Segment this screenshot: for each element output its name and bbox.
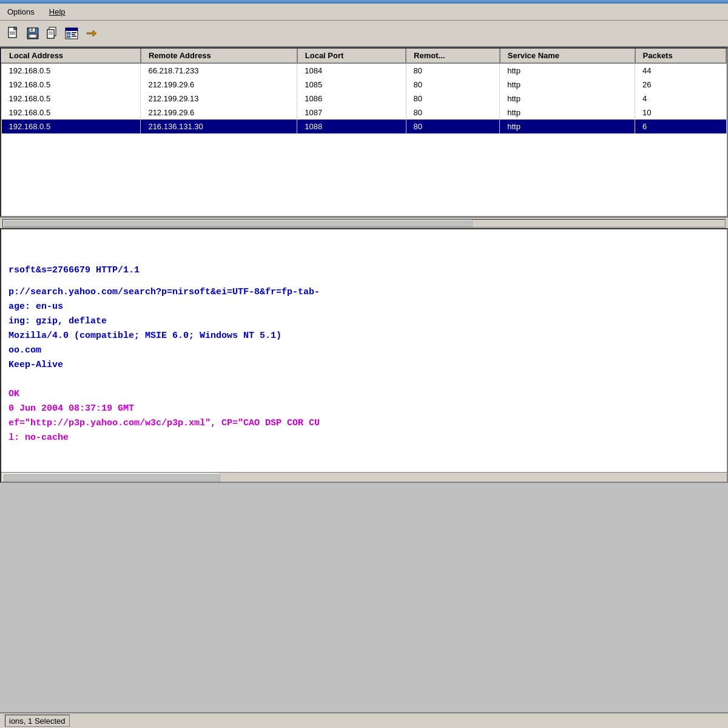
table-row[interactable]: 192.168.0.5212.199.29.6108580http26 [2, 78, 727, 92]
copy-button[interactable] [44, 25, 61, 41]
status-bar: ions, 1 Selected [0, 712, 728, 728]
col-header-local-port[interactable]: Local Port [297, 49, 406, 63]
svg-marker-21 [87, 30, 96, 36]
table-body: 192.168.0.566.218.71.233108480http44192.… [2, 63, 727, 133]
cell-service_name: http [500, 120, 635, 133]
cell-packets: 10 [635, 106, 726, 120]
log-area: rsoft&s=2766679 HTTP/1.1 p://search.yaho… [0, 228, 728, 483]
status-text: ions, 1 Selected [5, 715, 70, 727]
cell-remote_address: 212.199.29.6 [141, 78, 297, 92]
log-h-scrollbar [1, 472, 727, 482]
table-row[interactable]: 192.168.0.5212.199.29.6108780http10 [2, 106, 727, 120]
table-row[interactable]: 192.168.0.566.218.71.233108480http44 [2, 63, 727, 78]
menu-help[interactable]: Help [47, 6, 68, 18]
cell-service_name: http [500, 92, 635, 106]
cell-packets: 26 [635, 78, 726, 92]
svg-rect-20 [72, 36, 76, 37]
cell-packets: 44 [635, 63, 726, 78]
log-line: ing: gzip, deflate [8, 314, 720, 329]
exit-button[interactable] [83, 25, 99, 41]
table-row[interactable]: 192.168.0.5216.136.131.30108880http6 [2, 120, 727, 133]
cell-remote_port: 80 [406, 106, 500, 120]
log-line: age: en-us [8, 300, 720, 314]
table-row[interactable]: 192.168.0.5212.199.29.13108680http4 [2, 92, 727, 106]
menu-options[interactable]: Options [5, 6, 37, 18]
cell-remote_address: 212.199.29.13 [141, 92, 297, 106]
col-header-packets[interactable]: Packets [635, 49, 726, 63]
menu-bar: Options Help [0, 4, 728, 21]
svg-rect-15 [66, 28, 78, 31]
col-header-local-address[interactable]: Local Address [2, 49, 141, 63]
toolbar [0, 21, 728, 47]
log-text: rsoft&s=2766679 HTTP/1.1 p://search.yaho… [8, 234, 720, 445]
data-table: Local Address Remote Address Local Port … [1, 49, 727, 133]
log-line: oo.com [8, 343, 720, 358]
new-button[interactable] [5, 25, 22, 41]
cell-service_name: http [500, 63, 635, 78]
cell-local_address: 192.168.0.5 [2, 63, 141, 78]
cell-remote_port: 80 [406, 63, 500, 78]
cell-packets: 4 [635, 92, 726, 106]
cell-local_port: 1087 [297, 106, 406, 120]
cell-local_port: 1086 [297, 92, 406, 106]
cell-remote_port: 80 [406, 78, 500, 92]
cell-local_port: 1088 [297, 120, 406, 133]
cell-packets: 6 [635, 120, 726, 133]
log-line: p://search.yahoo.com/search?p=nirsoft&ei… [8, 285, 720, 300]
log-line: OK [8, 387, 720, 402]
col-header-remote-port[interactable]: Remot... [406, 49, 500, 63]
properties-button[interactable] [63, 25, 80, 41]
cell-local_port: 1085 [297, 78, 406, 92]
svg-rect-16 [67, 32, 70, 35]
log-line: Mozilla/4.0 (compatible; MSIE 6.0; Windo… [8, 329, 720, 343]
log-line: Keep-Alive [8, 358, 720, 372]
svg-rect-8 [31, 29, 33, 31]
cell-local_port: 1084 [297, 63, 406, 78]
table-header-row: Local Address Remote Address Local Port … [2, 49, 727, 63]
connection-table: Local Address Remote Address Local Port … [0, 47, 728, 217]
cell-local_address: 192.168.0.5 [2, 92, 141, 106]
log-scrollbar-thumb[interactable] [2, 473, 220, 482]
col-header-remote-address[interactable]: Remote Address [141, 49, 297, 63]
cell-remote_port: 80 [406, 120, 500, 133]
col-header-service-name[interactable]: Service Name [500, 49, 635, 63]
svg-rect-17 [72, 32, 76, 33]
cell-local_address: 192.168.0.5 [2, 106, 141, 120]
table-scrollbar-thumb[interactable] [3, 220, 473, 227]
log-line: ef="http://p3p.yahoo.com/w3c/p3p.xml", C… [8, 416, 720, 431]
log-line: 0 Jun 2004 08:37:19 GMT [8, 402, 720, 416]
cell-service_name: http [500, 106, 635, 120]
cell-local_address: 192.168.0.5 [2, 120, 141, 133]
save-button[interactable] [24, 25, 41, 41]
table-h-scrollbar-area [0, 217, 728, 228]
cell-remote_port: 80 [406, 92, 500, 106]
log-line: l: no-cache [8, 431, 720, 445]
cell-remote_address: 66.218.71.233 [141, 63, 297, 78]
cell-remote_address: 212.199.29.6 [141, 106, 297, 120]
svg-rect-19 [67, 36, 70, 38]
log-line [8, 380, 720, 387]
log-line [8, 278, 720, 285]
cell-remote_address: 216.136.131.30 [141, 120, 297, 133]
cell-local_address: 192.168.0.5 [2, 78, 141, 92]
svg-rect-18 [72, 34, 75, 35]
svg-rect-7 [30, 35, 36, 38]
cell-service_name: http [500, 78, 635, 92]
log-line [8, 372, 720, 380]
log-line: rsoft&s=2766679 HTTP/1.1 [8, 263, 720, 278]
